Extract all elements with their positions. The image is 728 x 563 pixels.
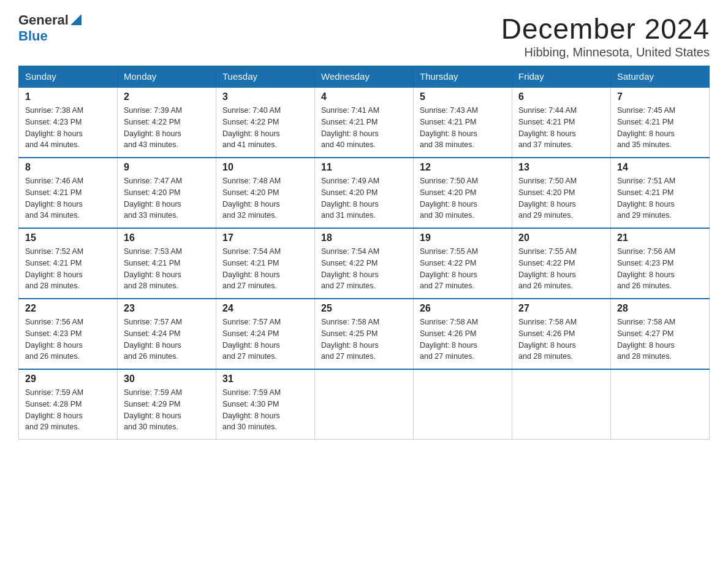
day-info: Sunrise: 7:40 AM Sunset: 4:22 PM Dayligh… <box>222 105 308 151</box>
calendar-header-row: Sunday Monday Tuesday Wednesday Thursday… <box>19 66 710 88</box>
header-wednesday: Wednesday <box>315 66 414 88</box>
page-header: General Blue December 2024 Hibbing, Minn… <box>18 12 710 59</box>
calendar-cell <box>315 369 414 440</box>
day-number: 6 <box>518 91 604 102</box>
page-subtitle: Hibbing, Minnesota, United States <box>501 45 710 59</box>
calendar-cell: 10 Sunrise: 7:48 AM Sunset: 4:20 PM Dayl… <box>216 158 315 228</box>
day-info: Sunrise: 7:50 AM Sunset: 4:20 PM Dayligh… <box>518 175 604 221</box>
header-tuesday: Tuesday <box>216 66 315 88</box>
header-sunday: Sunday <box>19 66 118 88</box>
day-number: 12 <box>420 162 506 173</box>
day-number: 8 <box>25 162 111 173</box>
calendar-week-5: 29 Sunrise: 7:59 AM Sunset: 4:28 PM Dayl… <box>19 369 710 440</box>
page-title: December 2024 <box>501 12 710 45</box>
calendar-cell <box>414 369 512 440</box>
day-number: 28 <box>617 303 703 314</box>
day-info: Sunrise: 7:52 AM Sunset: 4:21 PM Dayligh… <box>25 246 111 292</box>
calendar-cell <box>611 369 710 440</box>
day-number: 1 <box>25 91 111 102</box>
calendar-week-3: 15 Sunrise: 7:52 AM Sunset: 4:21 PM Dayl… <box>19 228 710 299</box>
calendar-cell: 8 Sunrise: 7:46 AM Sunset: 4:21 PM Dayli… <box>19 158 118 228</box>
day-number: 25 <box>321 303 407 314</box>
day-number: 14 <box>617 162 703 173</box>
day-number: 31 <box>222 373 308 385</box>
logo-text-general: General <box>18 12 69 28</box>
day-number: 16 <box>124 232 210 243</box>
day-number: 11 <box>321 162 407 173</box>
calendar-week-4: 22 Sunrise: 7:56 AM Sunset: 4:23 PM Dayl… <box>19 299 710 369</box>
calendar-table: Sunday Monday Tuesday Wednesday Thursday… <box>18 66 710 440</box>
day-info: Sunrise: 7:58 AM Sunset: 4:26 PM Dayligh… <box>420 316 506 362</box>
day-info: Sunrise: 7:48 AM Sunset: 4:20 PM Dayligh… <box>222 175 308 221</box>
day-number: 19 <box>420 232 506 243</box>
day-info: Sunrise: 7:47 AM Sunset: 4:20 PM Dayligh… <box>124 175 210 221</box>
day-number: 15 <box>25 232 111 243</box>
calendar-cell: 28 Sunrise: 7:58 AM Sunset: 4:27 PM Dayl… <box>611 299 710 369</box>
day-number: 26 <box>420 303 506 314</box>
day-info: Sunrise: 7:59 AM Sunset: 4:28 PM Dayligh… <box>25 387 111 433</box>
day-info: Sunrise: 7:58 AM Sunset: 4:25 PM Dayligh… <box>321 316 407 362</box>
day-info: Sunrise: 7:56 AM Sunset: 4:23 PM Dayligh… <box>617 246 703 292</box>
day-info: Sunrise: 7:58 AM Sunset: 4:27 PM Dayligh… <box>617 316 703 362</box>
calendar-cell: 11 Sunrise: 7:49 AM Sunset: 4:20 PM Dayl… <box>315 158 414 228</box>
day-info: Sunrise: 7:39 AM Sunset: 4:22 PM Dayligh… <box>124 105 210 151</box>
calendar-cell: 9 Sunrise: 7:47 AM Sunset: 4:20 PM Dayli… <box>118 158 216 228</box>
day-number: 20 <box>518 232 604 243</box>
header-monday: Monday <box>118 66 216 88</box>
calendar-cell: 29 Sunrise: 7:59 AM Sunset: 4:28 PM Dayl… <box>19 369 118 440</box>
day-number: 2 <box>124 91 210 102</box>
day-info: Sunrise: 7:55 AM Sunset: 4:22 PM Dayligh… <box>518 246 604 292</box>
calendar-cell: 2 Sunrise: 7:39 AM Sunset: 4:22 PM Dayli… <box>118 87 216 158</box>
day-number: 18 <box>321 232 407 243</box>
calendar-cell: 18 Sunrise: 7:54 AM Sunset: 4:22 PM Dayl… <box>315 228 414 299</box>
calendar-cell: 15 Sunrise: 7:52 AM Sunset: 4:21 PM Dayl… <box>19 228 118 299</box>
day-info: Sunrise: 7:55 AM Sunset: 4:22 PM Dayligh… <box>420 246 506 292</box>
calendar-cell: 27 Sunrise: 7:58 AM Sunset: 4:26 PM Dayl… <box>512 299 611 369</box>
calendar-cell: 13 Sunrise: 7:50 AM Sunset: 4:20 PM Dayl… <box>512 158 611 228</box>
day-info: Sunrise: 7:58 AM Sunset: 4:26 PM Dayligh… <box>518 316 604 362</box>
day-info: Sunrise: 7:57 AM Sunset: 4:24 PM Dayligh… <box>124 316 210 362</box>
day-info: Sunrise: 7:43 AM Sunset: 4:21 PM Dayligh… <box>420 105 506 151</box>
day-number: 4 <box>321 91 407 102</box>
calendar-week-2: 8 Sunrise: 7:46 AM Sunset: 4:21 PM Dayli… <box>19 158 710 228</box>
header-friday: Friday <box>512 66 611 88</box>
day-number: 21 <box>617 232 703 243</box>
calendar-cell: 16 Sunrise: 7:53 AM Sunset: 4:21 PM Dayl… <box>118 228 216 299</box>
day-info: Sunrise: 7:50 AM Sunset: 4:20 PM Dayligh… <box>420 175 506 221</box>
logo-triangle-icon <box>70 14 82 25</box>
calendar-cell: 20 Sunrise: 7:55 AM Sunset: 4:22 PM Dayl… <box>512 228 611 299</box>
day-number: 30 <box>124 373 210 385</box>
logo-text-blue: Blue <box>18 28 48 44</box>
calendar-cell: 30 Sunrise: 7:59 AM Sunset: 4:29 PM Dayl… <box>118 369 216 440</box>
day-number: 29 <box>25 373 111 385</box>
day-info: Sunrise: 7:49 AM Sunset: 4:20 PM Dayligh… <box>321 175 407 221</box>
day-number: 24 <box>222 303 308 314</box>
day-info: Sunrise: 7:51 AM Sunset: 4:21 PM Dayligh… <box>617 175 703 221</box>
calendar-cell: 26 Sunrise: 7:58 AM Sunset: 4:26 PM Dayl… <box>414 299 512 369</box>
day-info: Sunrise: 7:41 AM Sunset: 4:21 PM Dayligh… <box>321 105 407 151</box>
calendar-cell <box>512 369 611 440</box>
calendar-cell: 24 Sunrise: 7:57 AM Sunset: 4:24 PM Dayl… <box>216 299 315 369</box>
day-info: Sunrise: 7:59 AM Sunset: 4:30 PM Dayligh… <box>222 387 308 433</box>
day-number: 27 <box>518 303 604 314</box>
day-number: 17 <box>222 232 308 243</box>
calendar-cell: 1 Sunrise: 7:38 AM Sunset: 4:23 PM Dayli… <box>19 87 118 158</box>
day-info: Sunrise: 7:57 AM Sunset: 4:24 PM Dayligh… <box>222 316 308 362</box>
day-number: 3 <box>222 91 308 102</box>
day-number: 5 <box>420 91 506 102</box>
calendar-cell: 23 Sunrise: 7:57 AM Sunset: 4:24 PM Dayl… <box>118 299 216 369</box>
day-info: Sunrise: 7:45 AM Sunset: 4:21 PM Dayligh… <box>617 105 703 151</box>
calendar-cell: 14 Sunrise: 7:51 AM Sunset: 4:21 PM Dayl… <box>611 158 710 228</box>
calendar-cell: 19 Sunrise: 7:55 AM Sunset: 4:22 PM Dayl… <box>414 228 512 299</box>
calendar-cell: 25 Sunrise: 7:58 AM Sunset: 4:25 PM Dayl… <box>315 299 414 369</box>
calendar-cell: 5 Sunrise: 7:43 AM Sunset: 4:21 PM Dayli… <box>414 87 512 158</box>
calendar-cell: 3 Sunrise: 7:40 AM Sunset: 4:22 PM Dayli… <box>216 87 315 158</box>
day-info: Sunrise: 7:38 AM Sunset: 4:23 PM Dayligh… <box>25 105 111 151</box>
day-number: 22 <box>25 303 111 314</box>
calendar-cell: 12 Sunrise: 7:50 AM Sunset: 4:20 PM Dayl… <box>414 158 512 228</box>
calendar-cell: 22 Sunrise: 7:56 AM Sunset: 4:23 PM Dayl… <box>19 299 118 369</box>
calendar-week-1: 1 Sunrise: 7:38 AM Sunset: 4:23 PM Dayli… <box>19 87 710 158</box>
day-number: 13 <box>518 162 604 173</box>
calendar-cell: 6 Sunrise: 7:44 AM Sunset: 4:21 PM Dayli… <box>512 87 611 158</box>
calendar-cell: 4 Sunrise: 7:41 AM Sunset: 4:21 PM Dayli… <box>315 87 414 158</box>
